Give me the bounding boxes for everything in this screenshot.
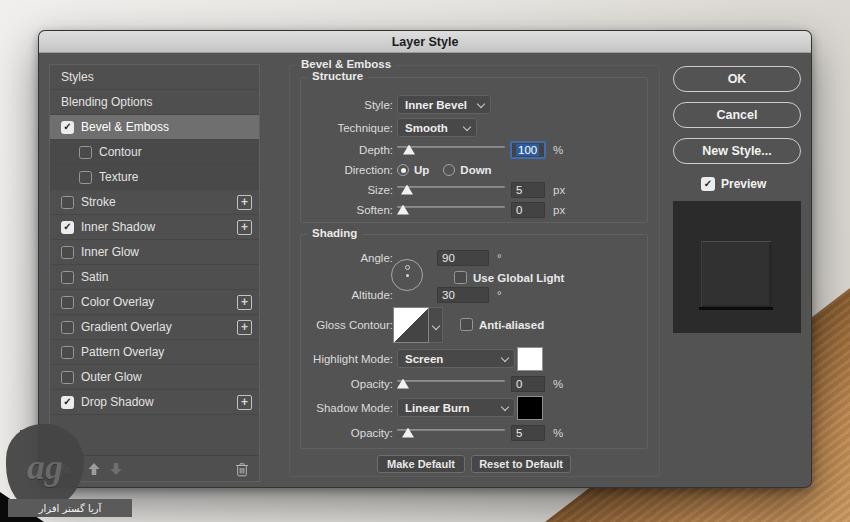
sidebar-item-inner-shadow[interactable]: ✓ Inner Shadow + — [50, 215, 259, 240]
check-icon: ✓ — [63, 222, 71, 232]
make-default-button[interactable]: Make Default — [377, 455, 465, 473]
watermark-monogram: ag — [27, 446, 63, 488]
outer-glow-checkbox[interactable] — [61, 371, 74, 384]
gloss-contour-dropdown[interactable] — [429, 307, 443, 343]
move-effect-up-button[interactable] — [83, 458, 105, 480]
sidebar-item-satin[interactable]: Satin — [50, 265, 259, 290]
style-dropdown[interactable]: Inner Bevel — [397, 95, 491, 114]
move-effect-down-button[interactable] — [105, 458, 127, 480]
sidebar-item-contour[interactable]: Contour — [50, 140, 259, 165]
highlight-opacity-track[interactable] — [397, 380, 505, 382]
soften-value: 0 — [516, 204, 522, 216]
cancel-button[interactable]: Cancel — [673, 102, 801, 128]
shadow-opacity-slider[interactable] — [397, 427, 505, 439]
anti-aliased-label: Anti-aliased — [479, 319, 544, 331]
watermark-logo: ag — [6, 424, 84, 510]
technique-label: Technique: — [305, 122, 393, 134]
add-inner-shadow-button[interactable]: + — [237, 220, 252, 235]
sidebar-item-label: Stroke — [81, 195, 116, 209]
new-style-button[interactable]: New Style... — [673, 138, 801, 164]
texture-checkbox[interactable] — [79, 171, 92, 184]
reset-to-default-button[interactable]: Reset to Default — [471, 455, 571, 473]
highlight-opacity-slider[interactable] — [397, 378, 505, 390]
soften-slider-track[interactable] — [397, 206, 505, 208]
sidebar-item-inner-glow[interactable]: Inner Glow — [50, 240, 259, 265]
stroke-checkbox[interactable] — [61, 196, 74, 209]
anti-aliased-checkbox[interactable] — [460, 318, 473, 331]
dialog-titlebar[interactable]: Layer Style — [39, 31, 811, 53]
angle-field[interactable]: 90 — [437, 250, 489, 266]
add-color-overlay-button[interactable]: + — [237, 295, 252, 310]
highlight-color-swatch[interactable] — [517, 347, 543, 371]
shadow-opacity-unit: % — [553, 427, 563, 439]
highlight-mode-dropdown[interactable]: Screen — [397, 349, 515, 368]
gradient-overlay-checkbox[interactable] — [61, 321, 74, 334]
size-field[interactable]: 5 — [511, 182, 545, 198]
depth-field[interactable]: 100 — [511, 142, 545, 158]
satin-checkbox[interactable] — [61, 271, 74, 284]
sidebar-item-label: Satin — [81, 270, 108, 284]
sidebar-item-blending-options[interactable]: Blending Options — [50, 90, 259, 115]
altitude-value: 30 — [442, 289, 455, 301]
style-row: Style: Inner Bevel — [305, 95, 643, 114]
color-overlay-checkbox[interactable] — [61, 296, 74, 309]
sidebar-item-stroke[interactable]: Stroke + — [50, 190, 259, 215]
sidebar-item-label: Pattern Overlay — [81, 345, 164, 359]
add-stroke-button[interactable]: + — [237, 195, 252, 210]
shadow-opacity-row: Opacity: 5 % — [305, 423, 643, 442]
soften-slider[interactable] — [397, 204, 505, 216]
depth-slider[interactable] — [397, 144, 505, 156]
angle-row: Angle: 90 ° — [305, 248, 643, 267]
sidebar-item-label: Bevel & Emboss — [81, 120, 169, 134]
sidebar-item-drop-shadow[interactable]: ✓ Drop Shadow + — [50, 390, 259, 415]
preview-beveled-square — [701, 241, 771, 307]
sidebar-item-styles[interactable]: Styles — [50, 65, 259, 90]
delete-effect-button[interactable] — [231, 458, 253, 480]
shadow-color-swatch[interactable] — [517, 396, 543, 420]
depth-label: Depth: — [305, 144, 393, 156]
add-drop-shadow-button[interactable]: + — [237, 395, 252, 410]
direction-down-radio[interactable] — [443, 164, 455, 176]
shadow-opacity-track[interactable] — [397, 429, 505, 431]
add-gradient-overlay-button[interactable]: + — [237, 320, 252, 335]
shadow-opacity-field[interactable]: 5 — [511, 425, 545, 441]
ok-button[interactable]: OK — [673, 66, 801, 92]
altitude-field[interactable]: 30 — [437, 287, 489, 303]
preview-checkbox[interactable]: ✓ — [701, 177, 715, 191]
sidebar-item-texture[interactable]: Texture — [50, 165, 259, 190]
pattern-overlay-checkbox[interactable] — [61, 346, 74, 359]
contour-checkbox[interactable] — [79, 146, 92, 159]
drop-shadow-checkbox[interactable]: ✓ — [61, 396, 74, 409]
highlight-opacity-label: Opacity: — [305, 378, 393, 390]
sidebar-item-label: Inner Glow — [81, 245, 139, 259]
size-slider-track[interactable] — [397, 186, 505, 188]
gloss-contour-thumbnail[interactable] — [393, 307, 429, 343]
use-global-light-checkbox[interactable] — [454, 271, 467, 284]
soften-field[interactable]: 0 — [511, 202, 545, 218]
direction-up-radio[interactable] — [397, 164, 409, 176]
check-icon: ✓ — [63, 122, 71, 132]
bevel-emboss-checkbox[interactable]: ✓ — [61, 121, 74, 134]
sidebar-item-gradient-overlay[interactable]: Gradient Overlay + — [50, 315, 259, 340]
sidebar-item-bevel-emboss[interactable]: ✓ Bevel & Emboss — [50, 115, 259, 140]
inner-shadow-checkbox[interactable]: ✓ — [61, 221, 74, 234]
chevron-down-icon — [463, 123, 471, 131]
technique-dropdown[interactable]: Smooth — [397, 118, 477, 137]
preview-toggle: ✓ Preview — [701, 177, 766, 191]
layer-style-dialog: Layer Style Styles Blending Options ✓ Be… — [38, 30, 812, 488]
size-slider[interactable] — [397, 184, 505, 196]
inner-glow-checkbox[interactable] — [61, 246, 74, 259]
watermark-caption: آریا گستر افزار — [8, 499, 132, 517]
gloss-contour-picker — [393, 307, 443, 343]
sidebar-item-pattern-overlay[interactable]: Pattern Overlay — [50, 340, 259, 365]
panel-title: Bevel & Emboss — [296, 58, 396, 70]
soften-unit: px — [553, 204, 565, 216]
shadow-mode-dropdown[interactable]: Linear Burn — [397, 398, 515, 417]
highlight-opacity-field[interactable]: 0 — [511, 376, 545, 392]
depth-slider-track[interactable] — [397, 146, 505, 148]
gloss-contour-label: Gloss Contour: — [305, 319, 393, 331]
sidebar-item-label: Texture — [99, 170, 138, 184]
sidebar-item-color-overlay[interactable]: Color Overlay + — [50, 290, 259, 315]
styles-sidebar: Styles Blending Options ✓ Bevel & Emboss… — [49, 64, 260, 482]
sidebar-item-outer-glow[interactable]: Outer Glow — [50, 365, 259, 390]
